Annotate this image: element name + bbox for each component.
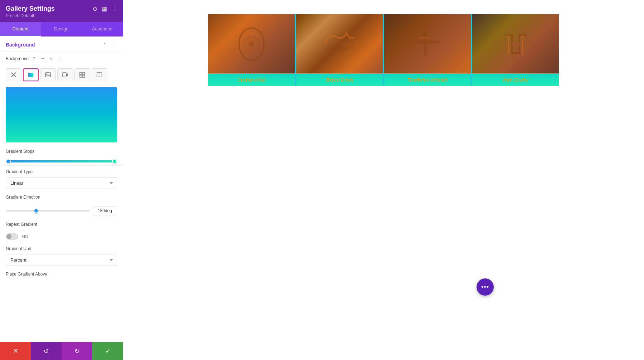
gradient-unit-label: Gradient Unit [6,246,31,251]
grid-icon[interactable]: ▦ [102,5,107,12]
help-icon[interactable]: ? [31,55,37,62]
gradient-type-field: Gradient Type Linear Radial [0,166,123,191]
place-gradient-field: Place Gradient Above [0,268,123,282]
gradient-stop-right[interactable] [112,159,117,164]
repeat-toggle-label: NO [22,234,28,239]
sidebar: Gallery Settings ⊙ ▦ ⋮ Preset: Default C… [0,0,123,360]
svg-rect-9 [83,75,85,77]
header-icons: ⊙ ▦ ⋮ [93,5,117,12]
bg-type-video[interactable] [57,68,73,81]
direction-input[interactable] [93,206,117,215]
gallery-item-1: Custom Work [208,14,295,86]
preset-label[interactable]: Preset: Default [6,13,117,18]
sidebar-content: Background ⌃ ⋮ Background ? ▭ ↖ ⋮ [0,37,123,360]
repeat-gradient-field: Repeat Gradient [0,218,123,232]
gradient-preview [6,87,117,142]
gradient-direction-field: Gradient Direction [0,191,123,205]
background-field-row: Background ? ▭ ↖ ⋮ [0,52,123,67]
gallery-caption-2: Expert Detail [296,73,383,86]
gradient-stops-label: Gradient Stops [0,147,123,155]
bg-type-color[interactable] [92,68,107,81]
section-more-icon[interactable]: ⋮ [111,42,117,48]
section-header-controls: ⌃ ⋮ [101,42,117,48]
direction-track[interactable] [6,210,90,211]
svg-rect-6 [80,72,82,74]
background-label: Background [6,56,29,61]
options-icon[interactable]: ⋮ [57,55,63,62]
gallery-item-3: Traditional Methods [384,14,471,86]
repeat-toggle[interactable] [6,233,19,240]
bg-type-image[interactable] [40,68,56,81]
tab-design[interactable]: Design [41,22,82,37]
svg-rect-17 [415,40,440,43]
place-gradient-label: Place Gradient Above [6,272,47,277]
gallery-caption-1: Custom Work [208,73,295,86]
cancel-button[interactable]: ✕ [0,342,31,360]
svg-rect-20 [419,37,429,38]
gallery-caption-3: Traditional Methods [384,73,471,86]
gradient-stops-slider[interactable] [0,155,123,165]
repeat-toggle-row: NO [0,232,123,243]
gradient-type-label: Gradient Type [6,169,33,174]
svg-rect-7 [83,72,85,74]
svg-rect-8 [80,75,82,77]
toggle-knob [6,234,11,239]
settings-icon[interactable]: ⊙ [93,5,97,12]
section-header: Background ⌃ ⋮ [0,37,123,52]
sidebar-title: Gallery Settings [6,5,55,13]
gradient-stop-left[interactable] [6,159,11,164]
svg-rect-19 [424,31,427,57]
gradient-unit-field: Gradient Unit Percent Pixels [0,243,123,268]
bg-type-pattern[interactable] [74,68,90,81]
gradient-type-select[interactable]: Linear Radial [6,177,117,189]
direction-thumb[interactable] [34,208,39,213]
repeat-gradient-label: Repeat Gradient [6,222,37,227]
gallery-container: Custom Work Expert Detail [208,14,559,86]
undo-button[interactable]: ↺ [31,342,62,360]
svg-rect-5 [63,73,66,77]
section-title: Background [6,42,35,48]
main-canvas: Custom Work Expert Detail [123,0,644,360]
more-icon[interactable]: ⋮ [111,5,117,12]
save-button[interactable]: ✓ [92,342,123,360]
svg-rect-21 [511,42,520,44]
redo-button[interactable]: ↻ [62,342,92,360]
svg-point-16 [249,41,254,47]
gradient-unit-select[interactable]: Percent Pixels [6,254,117,266]
gradient-direction-label: Gradient Direction [6,195,40,200]
floating-action-button[interactable]: ••• [477,278,494,296]
tab-content[interactable]: Content [0,22,41,37]
device-icon[interactable]: ▭ [39,55,46,62]
floating-btn-label: ••• [481,283,489,291]
bottom-toolbar: ✕ ↺ ↻ ✓ [0,342,123,360]
gallery-item-4: High Quality [472,14,559,86]
bg-type-row [0,67,123,84]
svg-rect-2 [28,73,33,77]
sidebar-tabs: Content Design Advanced [0,22,123,37]
svg-rect-18 [415,45,440,48]
tab-advanced[interactable]: Advanced [82,22,123,37]
cursor-icon[interactable]: ↖ [48,55,54,62]
bg-type-gradient[interactable] [23,68,39,81]
gallery-caption-4: High Quality [472,73,559,86]
sidebar-header: Gallery Settings ⊙ ▦ ⋮ Preset: Default [0,0,123,22]
gradient-direction-slider-row [0,205,123,218]
gallery-item-2: Expert Detail [296,14,383,86]
bg-type-none[interactable] [6,68,21,81]
collapse-icon[interactable]: ⌃ [101,42,108,48]
